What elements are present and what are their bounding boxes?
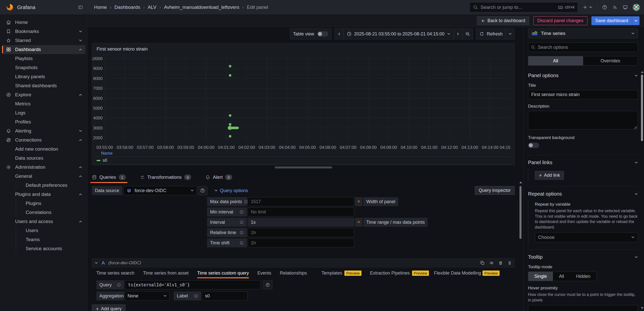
hide-response-button[interactable] (489, 260, 494, 265)
grafana-logo-icon[interactable] (6, 4, 14, 11)
tab-queries[interactable]: Queries 1 (92, 174, 126, 183)
tab-relationships[interactable]: Relationships (280, 271, 307, 278)
add-new-button[interactable] (582, 5, 592, 10)
tab-flexible-data-modelling[interactable]: Flexible Data ModellingPreview (434, 271, 499, 278)
max-data-points-input[interactable] (248, 197, 354, 206)
sidebar-item-shared-dashboards[interactable]: Shared dashboards (2, 81, 85, 90)
breadcrumb-dashboard-name[interactable]: Avheim_manualdownload_leftovers (164, 5, 239, 10)
sidebar-item-alerting[interactable]: Alerting (2, 126, 85, 136)
tab-all[interactable]: All (528, 56, 583, 65)
relative-time-input[interactable] (248, 228, 354, 237)
legend-item-s0[interactable]: s0 (97, 158, 107, 163)
sidebar-item-snapshots[interactable]: Snapshots (2, 63, 85, 72)
options-scrollbar[interactable] (641, 27, 643, 311)
legend-header[interactable]: Name (101, 151, 112, 156)
tab-alert[interactable]: Alert 0 (205, 174, 232, 183)
tab-extraction-pipelines[interactable]: Extraction PipelinesPreview (370, 271, 429, 278)
sidebar-toggle-icon[interactable] (78, 5, 83, 10)
tooltip-mode-single[interactable]: Single (528, 272, 553, 281)
breadcrumb-folder[interactable]: ALV (148, 5, 156, 10)
discard-panel-changes-button[interactable]: Discard panel changes (533, 16, 587, 25)
datasource-help-button[interactable] (198, 186, 207, 195)
breadcrumb-home[interactable]: Home (94, 5, 107, 10)
sidebar-item-add-new-connection[interactable]: Add new connection (2, 145, 85, 154)
sidebar-item-general[interactable]: General (2, 172, 85, 181)
query-ref-id[interactable]: A (102, 260, 105, 266)
sidebar-item-dashboards[interactable]: Dashboards (2, 45, 85, 54)
sidebar-item-logs[interactable]: Logs (2, 108, 85, 117)
sidebar-item-users-and-access[interactable]: Users and access (2, 217, 85, 226)
panel-links-section-header[interactable]: Panel links (528, 160, 638, 165)
timeseries-chart[interactable]: 100009000800070006000500040003000200003:… (92, 43, 515, 165)
sidebar-item-metrics[interactable]: Metrics (2, 99, 85, 108)
aggregation-select[interactable]: None (125, 291, 170, 300)
add-query-button[interactable]: + Add query (92, 304, 126, 311)
sidebar-item-data-sources[interactable]: Data sources (2, 154, 85, 163)
duplicate-query-button[interactable] (480, 260, 485, 265)
breadcrumb-dashboards[interactable]: Dashboards (114, 5, 140, 10)
repeat-options-section-header[interactable]: Repeat options (528, 191, 638, 197)
query-row-header[interactable]: A (force-dev-OIDC) (92, 258, 515, 268)
sidebar-item-library-panels[interactable]: Library panels (2, 72, 85, 81)
sidebar-item-explore[interactable]: Explore (2, 90, 85, 99)
options-search-input[interactable] (538, 45, 635, 50)
table-view-toggle[interactable] (317, 31, 328, 37)
query-options-toggle[interactable]: Query options (214, 188, 248, 193)
tooltip-mode-hidden[interactable]: Hidden (570, 272, 596, 281)
refresh-interval-caret[interactable] (506, 29, 514, 39)
sidebar-item-service-accounts[interactable]: Service accounts (16, 244, 85, 253)
time-shift-input[interactable] (248, 238, 354, 247)
query-inspector-button[interactable]: Query inspector (475, 186, 515, 195)
news-button[interactable] (612, 5, 618, 10)
tab-time-series-from-asset[interactable]: Time series from asset (143, 271, 188, 278)
transparent-background-toggle[interactable] (528, 143, 539, 148)
visualization-picker[interactable]: Time series (528, 28, 638, 38)
resize-corner-icon[interactable] (634, 126, 637, 129)
add-link-button[interactable]: + Add link (535, 171, 564, 180)
query-help-button[interactable] (263, 280, 272, 289)
hover-proximity-input[interactable] (528, 305, 638, 311)
sidebar-item-starred[interactable]: Starred (2, 36, 85, 45)
options-search[interactable] (528, 42, 638, 52)
sidebar-item-plugins-and-data[interactable]: Plugins and data (2, 190, 85, 199)
sidebar-item-correlations[interactable]: Correlations (16, 208, 85, 217)
sidebar-item-plugins[interactable]: Plugins (16, 199, 85, 208)
sidebar-item-bookmarks[interactable]: Bookmarks (2, 27, 85, 36)
save-dashboard-button[interactable]: Save dashboard (591, 16, 632, 25)
panel-title-input[interactable] (528, 90, 638, 99)
time-range-back-button[interactable] (335, 29, 344, 39)
sidebar-item-teams[interactable]: Teams (16, 235, 85, 244)
user-avatar[interactable] (633, 4, 640, 11)
panel-resize-handle[interactable] (275, 166, 332, 168)
back-to-dashboard-button[interactable]: Back to dashboard (477, 16, 529, 25)
tooltip-mode-all[interactable]: All (553, 272, 570, 281)
help-button[interactable] (602, 5, 608, 10)
search-input[interactable]: Search or jump to... ctrl+k (470, 2, 578, 12)
kiosk-mode-button[interactable] (622, 5, 628, 10)
repeat-variable-select[interactable]: Choose (535, 232, 638, 242)
sidebar-item-administration[interactable]: Administration (2, 163, 85, 172)
main-scrollbar[interactable] (519, 181, 522, 311)
collapse-icon[interactable] (95, 261, 98, 265)
time-range-forward-button[interactable] (454, 29, 463, 39)
tab-templates[interactable]: TemplatesPreview (321, 271, 361, 278)
query-input[interactable] (125, 280, 261, 289)
datasource-picker[interactable]: force-dev-OIDC (123, 186, 197, 195)
sidebar-item-connections[interactable]: Connections (2, 136, 85, 145)
delete-query-button[interactable] (498, 260, 503, 265)
refresh-button[interactable]: Refresh (476, 29, 506, 39)
save-dashboard-caret[interactable] (632, 16, 639, 25)
sidebar-item-profiles[interactable]: Profiles (2, 117, 85, 126)
label-input[interactable] (202, 291, 248, 300)
panel-description-input[interactable] (528, 111, 638, 129)
tooltip-section-header[interactable]: Tooltip (528, 254, 638, 260)
sidebar-item-default-preferences[interactable]: Default preferences (16, 181, 85, 190)
time-range-zoom-out-button[interactable] (463, 29, 473, 39)
min-interval-input[interactable] (248, 207, 354, 216)
tab-time-series-search[interactable]: Time series search (96, 271, 134, 278)
time-range-picker[interactable]: 2025-08-21 03:55:00 to 2025-08-21 04:15:… (344, 29, 454, 39)
tab-transformations[interactable]: Transformations 0 (140, 174, 191, 183)
tab-time-series-custom-query[interactable]: Time series custom query (197, 271, 249, 278)
tab-overrides[interactable]: Overrides (583, 56, 638, 65)
sidebar-item-playlists[interactable]: Playlists (2, 54, 85, 63)
